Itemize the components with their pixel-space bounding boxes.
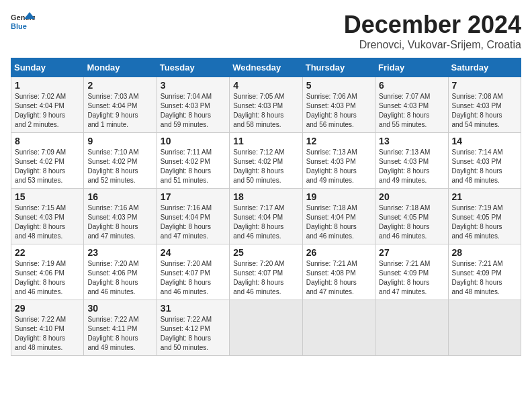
day-info: Sunrise: 7:13 AMSunset: 4:03 PMDaylight:… xyxy=(306,148,371,185)
day-number: 30 xyxy=(87,303,152,314)
day-cell: 11Sunrise: 7:12 AMSunset: 4:02 PMDayligh… xyxy=(230,133,302,189)
header-thursday: Thursday xyxy=(302,58,375,77)
day-cell: 2Sunrise: 7:03 AMSunset: 4:04 PMDaylight… xyxy=(84,77,157,133)
day-number: 23 xyxy=(87,247,152,258)
day-cell: 25Sunrise: 7:20 AMSunset: 4:07 PMDayligh… xyxy=(230,244,302,300)
week-row-5: 29Sunrise: 7:22 AMSunset: 4:10 PMDayligh… xyxy=(11,300,521,356)
day-cell: 29Sunrise: 7:22 AMSunset: 4:10 PMDayligh… xyxy=(11,300,84,356)
day-number: 17 xyxy=(161,191,226,202)
day-number: 6 xyxy=(379,80,444,91)
day-number: 24 xyxy=(161,247,226,258)
week-row-2: 8Sunrise: 7:09 AMSunset: 4:02 PMDaylight… xyxy=(11,133,521,189)
day-info: Sunrise: 7:02 AMSunset: 4:04 PMDaylight:… xyxy=(15,92,80,130)
day-cell xyxy=(375,300,448,356)
day-cell: 5Sunrise: 7:06 AMSunset: 4:03 PMDaylight… xyxy=(302,77,375,133)
day-number: 26 xyxy=(306,247,371,258)
day-info: Sunrise: 7:16 AMSunset: 4:03 PMDaylight:… xyxy=(87,203,152,241)
day-number: 29 xyxy=(15,303,80,314)
day-info: Sunrise: 7:03 AMSunset: 4:04 PMDaylight:… xyxy=(87,92,152,130)
day-cell: 14Sunrise: 7:14 AMSunset: 4:03 PMDayligh… xyxy=(448,133,521,189)
day-cell: 22Sunrise: 7:19 AMSunset: 4:06 PMDayligh… xyxy=(11,244,84,300)
header-monday: Monday xyxy=(84,58,157,77)
title-area: December 2024 Drenovci, Vukovar-Srijem, … xyxy=(344,11,521,51)
day-cell: 26Sunrise: 7:21 AMSunset: 4:08 PMDayligh… xyxy=(302,244,375,300)
page-subtitle: Drenovci, Vukovar-Srijem, Croatia xyxy=(344,39,521,51)
day-number: 3 xyxy=(161,80,226,91)
day-number: 2 xyxy=(87,80,152,91)
day-cell: 30Sunrise: 7:22 AMSunset: 4:11 PMDayligh… xyxy=(84,300,157,356)
day-cell xyxy=(448,300,521,356)
day-cell: 27Sunrise: 7:21 AMSunset: 4:09 PMDayligh… xyxy=(375,244,448,300)
day-info: Sunrise: 7:13 AMSunset: 4:03 PMDaylight:… xyxy=(379,148,444,185)
day-info: Sunrise: 7:14 AMSunset: 4:03 PMDaylight:… xyxy=(452,148,517,185)
day-cell xyxy=(230,300,302,356)
calendar-table: SundayMondayTuesdayWednesdayThursdayFrid… xyxy=(11,58,521,356)
day-info: Sunrise: 7:12 AMSunset: 4:02 PMDaylight:… xyxy=(233,148,298,185)
day-info: Sunrise: 7:10 AMSunset: 4:02 PMDaylight:… xyxy=(87,148,152,185)
day-cell: 6Sunrise: 7:07 AMSunset: 4:03 PMDaylight… xyxy=(375,77,448,133)
day-number: 4 xyxy=(233,80,298,91)
day-info: Sunrise: 7:18 AMSunset: 4:05 PMDaylight:… xyxy=(379,203,444,241)
day-cell xyxy=(302,300,375,356)
header-wednesday: Wednesday xyxy=(230,58,302,77)
day-info: Sunrise: 7:20 AMSunset: 4:07 PMDaylight:… xyxy=(233,259,298,297)
day-cell: 21Sunrise: 7:19 AMSunset: 4:05 PMDayligh… xyxy=(448,189,521,244)
day-cell: 7Sunrise: 7:08 AMSunset: 4:03 PMDaylight… xyxy=(448,77,521,133)
day-cell: 19Sunrise: 7:18 AMSunset: 4:04 PMDayligh… xyxy=(302,189,375,244)
day-cell: 16Sunrise: 7:16 AMSunset: 4:03 PMDayligh… xyxy=(84,189,157,244)
day-cell: 17Sunrise: 7:16 AMSunset: 4:04 PMDayligh… xyxy=(157,189,229,244)
day-number: 27 xyxy=(379,247,444,258)
header-saturday: Saturday xyxy=(448,58,521,77)
day-cell: 1Sunrise: 7:02 AMSunset: 4:04 PMDaylight… xyxy=(11,77,84,133)
day-number: 1 xyxy=(15,80,80,91)
day-info: Sunrise: 7:05 AMSunset: 4:03 PMDaylight:… xyxy=(233,92,298,130)
day-cell: 3Sunrise: 7:04 AMSunset: 4:03 PMDaylight… xyxy=(157,77,229,133)
day-number: 20 xyxy=(379,191,444,202)
day-number: 12 xyxy=(306,136,371,146)
day-cell: 12Sunrise: 7:13 AMSunset: 4:03 PMDayligh… xyxy=(302,133,375,189)
day-number: 7 xyxy=(452,80,517,91)
day-info: Sunrise: 7:18 AMSunset: 4:04 PMDaylight:… xyxy=(306,203,371,241)
page-title: December 2024 xyxy=(344,11,521,39)
calendar-header-row: SundayMondayTuesdayWednesdayThursdayFrid… xyxy=(11,58,521,77)
day-number: 16 xyxy=(87,191,152,202)
day-number: 22 xyxy=(15,247,80,258)
day-cell: 23Sunrise: 7:20 AMSunset: 4:06 PMDayligh… xyxy=(84,244,157,300)
day-info: Sunrise: 7:22 AMSunset: 4:10 PMDaylight:… xyxy=(15,315,80,353)
day-number: 25 xyxy=(233,247,298,258)
day-number: 19 xyxy=(306,191,371,202)
day-number: 10 xyxy=(161,136,226,146)
day-cell: 24Sunrise: 7:20 AMSunset: 4:07 PMDayligh… xyxy=(157,244,229,300)
day-info: Sunrise: 7:04 AMSunset: 4:03 PMDaylight:… xyxy=(161,92,226,130)
day-number: 8 xyxy=(15,136,80,146)
day-number: 9 xyxy=(87,136,152,146)
logo-svg: General Blue xyxy=(11,11,35,35)
day-number: 14 xyxy=(452,136,517,146)
day-number: 5 xyxy=(306,80,371,91)
day-info: Sunrise: 7:20 AMSunset: 4:06 PMDaylight:… xyxy=(87,259,152,297)
day-info: Sunrise: 7:11 AMSunset: 4:02 PMDaylight:… xyxy=(161,148,226,185)
week-row-1: 1Sunrise: 7:02 AMSunset: 4:04 PMDaylight… xyxy=(11,77,521,133)
day-cell: 20Sunrise: 7:18 AMSunset: 4:05 PMDayligh… xyxy=(375,189,448,244)
day-cell: 15Sunrise: 7:15 AMSunset: 4:03 PMDayligh… xyxy=(11,189,84,244)
header-sunday: Sunday xyxy=(11,58,84,77)
day-info: Sunrise: 7:21 AMSunset: 4:08 PMDaylight:… xyxy=(306,259,371,297)
day-info: Sunrise: 7:22 AMSunset: 4:11 PMDaylight:… xyxy=(87,315,152,353)
day-cell: 8Sunrise: 7:09 AMSunset: 4:02 PMDaylight… xyxy=(11,133,84,189)
day-info: Sunrise: 7:21 AMSunset: 4:09 PMDaylight:… xyxy=(379,259,444,297)
week-row-3: 15Sunrise: 7:15 AMSunset: 4:03 PMDayligh… xyxy=(11,189,521,244)
day-info: Sunrise: 7:08 AMSunset: 4:03 PMDaylight:… xyxy=(452,92,517,130)
page-header: General Blue December 2024 Drenovci, Vuk… xyxy=(11,11,521,51)
day-info: Sunrise: 7:19 AMSunset: 4:05 PMDaylight:… xyxy=(452,203,517,241)
day-info: Sunrise: 7:09 AMSunset: 4:02 PMDaylight:… xyxy=(15,148,80,185)
day-info: Sunrise: 7:22 AMSunset: 4:12 PMDaylight:… xyxy=(161,315,226,353)
day-number: 21 xyxy=(452,191,517,202)
day-number: 18 xyxy=(233,191,298,202)
day-info: Sunrise: 7:16 AMSunset: 4:04 PMDaylight:… xyxy=(161,203,226,241)
day-number: 11 xyxy=(233,136,298,146)
day-number: 28 xyxy=(452,247,517,258)
day-cell: 10Sunrise: 7:11 AMSunset: 4:02 PMDayligh… xyxy=(157,133,229,189)
day-info: Sunrise: 7:06 AMSunset: 4:03 PMDaylight:… xyxy=(306,92,371,130)
svg-text:Blue: Blue xyxy=(11,22,27,30)
day-number: 13 xyxy=(379,136,444,146)
